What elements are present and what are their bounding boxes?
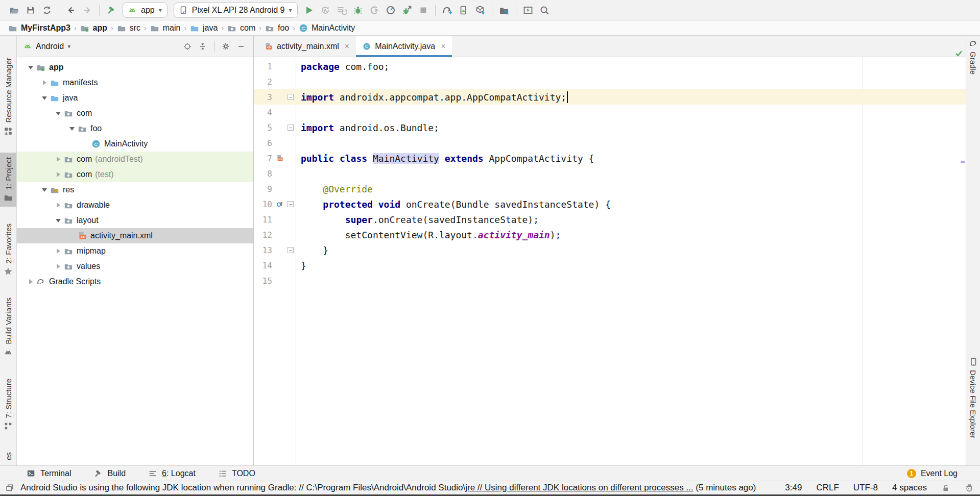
sidebar-item-device-file-explorer[interactable]: Device File Explorer	[966, 357, 980, 438]
tree-row-mainactivity[interactable]: CMainActivity	[17, 136, 253, 152]
code-editor[interactable]: 1package com.foo;23−import androidx.appc…	[254, 57, 966, 465]
sidebar-item-es[interactable]: es	[0, 448, 16, 465]
debug-restart-button[interactable]	[399, 3, 415, 18]
bottom-tool-todo[interactable]: TODO	[218, 469, 255, 478]
sidebar-item-gradle[interactable]: Gradle	[966, 39, 980, 75]
sync-button[interactable]	[39, 3, 55, 18]
tree-row-com[interactable]: com(androidTest)	[17, 152, 253, 167]
breadcrumb-item-foo[interactable]: foo	[264, 23, 290, 33]
tree-row-gradle-scripts[interactable]: Gradle Scripts	[17, 274, 253, 289]
project-view-selector[interactable]: Android ▾	[23, 42, 70, 51]
tree-row-mipmap[interactable]: mipmap	[17, 243, 253, 259]
sidebar-item-structure[interactable]: 7: Structure	[0, 374, 16, 436]
fold-marker[interactable]: −	[288, 196, 296, 212]
tree-row-drawable[interactable]: drawable	[17, 197, 253, 213]
breadcrumb-item-mainactivity[interactable]: CMainActivity	[298, 23, 356, 33]
sdk-manager-button[interactable]	[472, 3, 488, 18]
tree-arrow-down-icon[interactable]	[53, 112, 64, 115]
breadcrumb-item-app[interactable]: app	[79, 23, 108, 33]
back-button[interactable]	[63, 3, 79, 18]
status-message-link[interactable]: jre // Using different JDK locations on …	[465, 483, 693, 492]
breadcrumb-item-com[interactable]: com	[226, 23, 256, 33]
tree-row-java[interactable]: java	[17, 90, 253, 106]
breadcrumb-item-src[interactable]: src	[116, 23, 141, 33]
tree-row-activity-main-xml[interactable]: <>activity_main.xml	[17, 228, 253, 243]
settings-button[interactable]	[218, 39, 233, 54]
apply-changes-button[interactable]: A	[317, 3, 333, 18]
tree-row-values[interactable]: values	[17, 259, 253, 274]
run-config-selector[interactable]: app ▾	[123, 2, 168, 18]
device-manager-button[interactable]	[456, 3, 472, 18]
tree-arrow-right-icon[interactable]	[25, 279, 36, 284]
tree-row-com[interactable]: com	[17, 106, 253, 121]
hide-button[interactable]	[233, 39, 249, 54]
breadcrumb-item-myfirstapp3[interactable]: MyFirstApp3	[7, 23, 71, 33]
device-selector[interactable]: Pixel XL API 28 Android 9 ▾	[174, 2, 298, 18]
close-icon[interactable]: ×	[345, 42, 349, 51]
profile-button[interactable]	[383, 3, 399, 18]
bottom-tool-build[interactable]: Build	[93, 469, 126, 478]
code-token: activity_main	[478, 230, 550, 240]
indent-widget[interactable]: 4 spaces	[892, 483, 927, 493]
tree-row-res[interactable]: res	[17, 182, 253, 197]
sidebar-item-build-variants[interactable]: Build Variants	[0, 293, 16, 361]
tree-arrow-right-icon[interactable]	[53, 249, 64, 254]
tree-arrow-right-icon[interactable]	[53, 172, 64, 177]
override-gutter-icon[interactable]	[272, 196, 288, 212]
event-log-button[interactable]: 1 Event Log	[907, 469, 958, 478]
layout-file-gutter-icon[interactable]: <>	[272, 151, 288, 166]
tree-arrow-down-icon[interactable]	[39, 188, 50, 192]
tree-arrow-right-icon[interactable]	[53, 203, 64, 208]
debug-button[interactable]	[350, 3, 366, 18]
hector-inspector-icon[interactable]	[965, 483, 974, 492]
sidebar-item-resource-manager[interactable]: Resource Manager	[0, 53, 16, 140]
save-all-button[interactable]	[22, 3, 39, 18]
tree-arrow-right-icon[interactable]	[53, 264, 64, 269]
tab-mainactivity-java[interactable]: CMainActivity.java×	[356, 36, 452, 57]
stop-button[interactable]	[415, 3, 432, 18]
breadcrumb-item-main[interactable]: main	[149, 23, 182, 33]
toolwindow-switcher-icon[interactable]	[5, 483, 14, 492]
tree-row-layout[interactable]: layout	[17, 213, 253, 228]
build-hammer-button[interactable]	[103, 3, 119, 18]
project-structure-button[interactable]	[496, 3, 512, 18]
collapse-all-button[interactable]	[195, 39, 210, 54]
tree-arrow-right-icon[interactable]	[53, 157, 64, 162]
fold-marker[interactable]: −	[288, 242, 296, 258]
sync-gradle-button[interactable]	[439, 3, 456, 18]
breadcrumb-item-java[interactable]: java	[189, 23, 219, 33]
bottom-tool-logcat[interactable]: 6: Logcat	[148, 469, 196, 478]
fold-marker[interactable]: −	[288, 89, 296, 105]
sidebar-item-favorites[interactable]: 2: Favorites	[0, 219, 16, 281]
bottom-tool-terminal[interactable]: Terminal	[27, 469, 71, 478]
code-line-10: 10− protected void onCreate(Bundle saved…	[254, 196, 966, 212]
inspection-ok-icon[interactable]	[954, 49, 963, 58]
tree-arrow-down-icon[interactable]	[66, 127, 78, 131]
tree-arrow-down-icon[interactable]	[39, 96, 50, 100]
tree-arrow-right-icon[interactable]	[39, 80, 50, 85]
search-button[interactable]	[536, 3, 553, 18]
running-devices-button[interactable]	[520, 3, 536, 18]
tree-row-foo[interactable]: foo	[17, 121, 253, 136]
forward-button[interactable]	[79, 3, 95, 18]
fold-marker[interactable]: −	[288, 120, 296, 135]
caret-position-widget[interactable]: 3:49	[785, 483, 802, 493]
close-icon[interactable]: ×	[441, 42, 445, 51]
code-line-15: 15	[254, 273, 966, 288]
tab-activity-main-xml[interactable]: <>activity_main.xml×	[258, 36, 356, 57]
run-button[interactable]	[301, 3, 317, 18]
tree-row-manifests[interactable]: manifests	[17, 75, 253, 90]
lock-icon[interactable]	[941, 483, 950, 492]
tree-row-com[interactable]: com(test)	[17, 167, 253, 182]
tree-arrow-down-icon[interactable]	[25, 66, 36, 69]
sidebar-item-project[interactable]: 1: Project	[0, 153, 16, 207]
attach-debugger-button[interactable]	[366, 3, 383, 18]
locate-button[interactable]	[180, 39, 195, 54]
open-project-button[interactable]	[6, 3, 22, 18]
encoding-widget[interactable]: UTF-8	[853, 483, 878, 493]
line-separator-widget[interactable]: CRLF	[816, 483, 839, 493]
project-folder-icon	[4, 193, 13, 202]
tree-row-app[interactable]: app	[17, 60, 253, 75]
tree-arrow-down-icon[interactable]	[53, 219, 64, 222]
apply-code-changes-button[interactable]	[333, 3, 350, 18]
